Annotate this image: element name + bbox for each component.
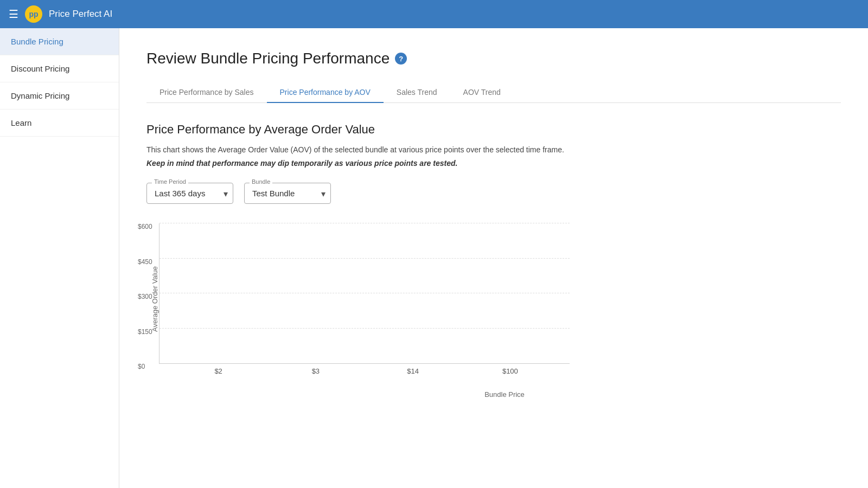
bundle-select[interactable]: Test Bundle [244, 183, 331, 204]
sidebar-item-bundle-pricing[interactable]: Bundle Pricing [0, 28, 119, 55]
help-icon[interactable]: ? [395, 53, 407, 65]
app-title: Price Perfect AI [49, 9, 112, 20]
bundle-label: Bundle [250, 178, 272, 185]
chart-inner: $600 $450 $300 $150 [159, 223, 570, 375]
section-note: Keep in mind that performance may dip te… [146, 159, 841, 168]
chart-plot: $600 $450 $300 $150 [159, 223, 570, 364]
time-period-select[interactable]: Last 365 days Last 180 days Last 90 days… [146, 183, 233, 204]
section-description: This chart shows the Average Order Value… [146, 144, 841, 156]
sidebar-item-discount-pricing[interactable]: Discount Pricing [0, 55, 119, 82]
topbar: ☰ pp Price Perfect AI [0, 0, 868, 28]
page-title: Review Bundle Pricing Performance [146, 50, 390, 67]
chart-container: Average Order Value $600 $450 [146, 223, 570, 375]
time-period-label: Time Period [152, 178, 188, 185]
main-content: Review Bundle Pricing Performance ? Pric… [119, 28, 868, 488]
section-title: Price Performance by Average Order Value [146, 123, 841, 137]
tabs: Price Performance by Sales Price Perform… [146, 82, 841, 103]
app-logo: pp [25, 5, 42, 23]
chart-section: Average Order Value $600 $450 [146, 223, 841, 399]
x-axis-ticks: $2 $3 $14 $100 [159, 364, 570, 375]
filters: Time Period Last 365 days Last 180 days … [146, 183, 841, 204]
x-tick-3: $3 [286, 367, 346, 375]
sidebar-item-dynamic-pricing[interactable]: Dynamic Pricing [0, 82, 119, 110]
tab-sales-trend[interactable]: Sales Trend [384, 82, 450, 103]
layout: Bundle Pricing Discount Pricing Dynamic … [0, 28, 868, 488]
y-tick-0: $0 [138, 363, 145, 370]
sidebar-item-learn[interactable]: Learn [0, 110, 119, 137]
x-axis-label: Bundle Price [168, 390, 841, 399]
x-tick-100: $100 [480, 367, 540, 375]
bundle-select-wrapper[interactable]: Bundle Test Bundle [244, 183, 331, 204]
time-period-select-wrapper[interactable]: Time Period Last 365 days Last 180 days … [146, 183, 233, 204]
bundle-filter: Bundle Test Bundle [244, 183, 331, 204]
tab-aov-trend[interactable]: AOV Trend [450, 82, 514, 103]
x-tick-2: $2 [189, 367, 248, 375]
tab-price-perf-sales[interactable]: Price Performance by Sales [146, 82, 267, 103]
x-tick-14: $14 [383, 367, 443, 375]
time-period-filter: Time Period Last 365 days Last 180 days … [146, 183, 233, 204]
page-title-row: Review Bundle Pricing Performance ? [146, 50, 841, 67]
bars-row [159, 223, 570, 363]
tab-price-perf-aov[interactable]: Price Performance by AOV [267, 82, 384, 103]
sidebar: Bundle Pricing Discount Pricing Dynamic … [0, 28, 119, 488]
menu-icon[interactable]: ☰ [9, 8, 18, 21]
